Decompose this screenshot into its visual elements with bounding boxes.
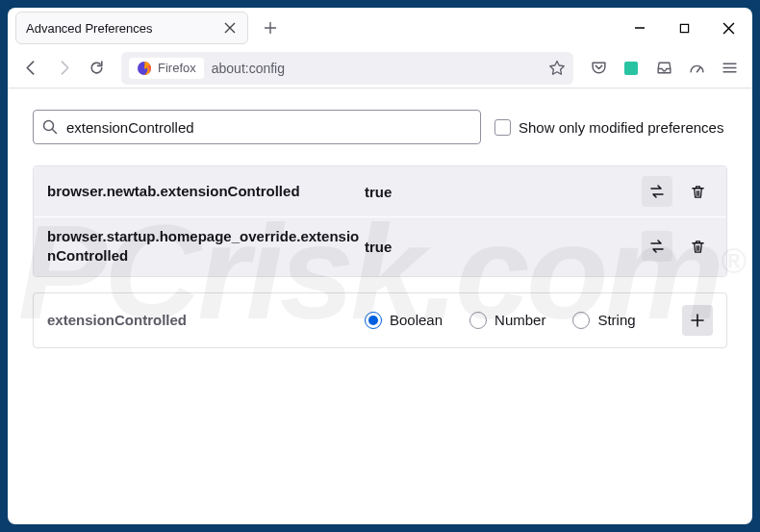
preference-row: browser.startup.homepage_override.extens… (34, 217, 726, 276)
inbox-icon[interactable] (648, 53, 679, 84)
close-tab-icon[interactable] (222, 20, 238, 36)
svg-rect-0 (680, 24, 688, 32)
toggle-button[interactable] (642, 231, 672, 262)
new-preference-row: extensionControlled Boolean Number Strin… (33, 292, 727, 348)
search-row: Show only modified preferences (33, 110, 727, 144)
address-bar[interactable]: Firefox about:config (121, 52, 573, 85)
radio-label: Number (494, 312, 545, 328)
preference-value: true (365, 184, 642, 200)
type-radios: Boolean Number String (365, 312, 682, 329)
firefox-chip-label: Firefox (158, 61, 196, 75)
checkbox-icon (494, 119, 511, 136)
page-content: Show only modified preferences browser.n… (8, 89, 752, 524)
toggle-button[interactable] (642, 176, 672, 207)
search-icon (41, 118, 59, 136)
radio-icon (365, 312, 382, 329)
tab-title: Advanced Preferences (26, 21, 222, 36)
row-actions (642, 231, 713, 262)
url-text: about:config (212, 61, 548, 76)
delete-button[interactable] (682, 176, 713, 207)
search-box (33, 110, 481, 144)
titlebar: Advanced Preferences (8, 8, 752, 48)
pocket-icon[interactable] (583, 53, 614, 84)
maximize-button[interactable] (662, 10, 706, 46)
radio-boolean[interactable]: Boolean (365, 312, 443, 329)
close-window-button[interactable] (706, 10, 750, 46)
search-input[interactable] (33, 110, 481, 144)
toolbar: Firefox about:config (8, 48, 752, 89)
preference-name: browser.newtab.extensionControlled (47, 182, 365, 201)
window: Advanced Preferences Firefox about:confi… (8, 8, 752, 524)
delete-button[interactable] (682, 231, 713, 262)
minimize-button[interactable] (618, 10, 662, 46)
new-preference-name: extensionControlled (47, 312, 365, 328)
show-modified-toggle[interactable]: Show only modified preferences (494, 119, 723, 136)
new-tab-button[interactable] (256, 13, 285, 42)
browser-tab[interactable]: Advanced Preferences (15, 12, 248, 44)
radio-icon (572, 312, 590, 329)
add-preference-button[interactable] (682, 305, 713, 336)
radio-string[interactable]: String (572, 312, 635, 329)
forward-button[interactable] (48, 53, 79, 84)
radio-label: String (597, 312, 635, 328)
preference-list: browser.newtab.extensionControlled true … (33, 165, 727, 277)
firefox-chip: Firefox (129, 58, 204, 79)
radio-icon (469, 312, 487, 329)
bookmark-star-icon[interactable] (548, 60, 566, 77)
back-button[interactable] (15, 53, 46, 84)
row-actions (642, 176, 713, 207)
extension-icon[interactable] (616, 53, 646, 84)
reload-button[interactable] (81, 53, 112, 84)
menu-button[interactable] (714, 53, 745, 84)
radio-label: Boolean (390, 312, 443, 328)
preference-value: true (365, 239, 642, 255)
window-controls (618, 10, 750, 46)
preference-name: browser.startup.homepage_override.extens… (47, 227, 365, 266)
radio-number[interactable]: Number (469, 312, 545, 329)
show-modified-label: Show only modified preferences (519, 119, 723, 136)
firefox-logo-icon (137, 61, 152, 76)
gauge-icon[interactable] (681, 53, 712, 84)
preference-row: browser.newtab.extensionControlled true (34, 166, 726, 217)
svg-rect-2 (624, 62, 638, 75)
